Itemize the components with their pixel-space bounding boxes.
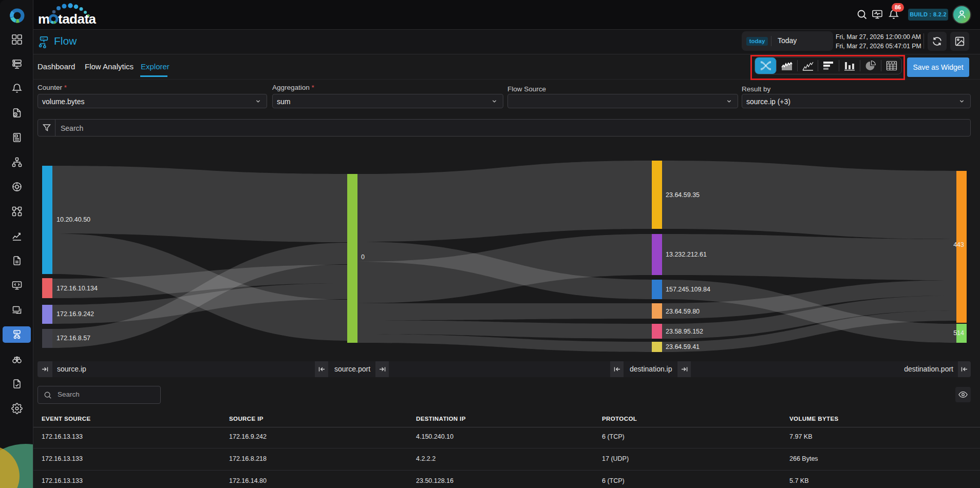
svg-text:10.20.40.50: 10.20.40.50 (56, 216, 90, 223)
svg-text:23.64.59.41: 23.64.59.41 (666, 343, 700, 350)
svg-text:23.58.95.152: 23.58.95.152 (666, 328, 703, 335)
svg-text:172.16.8.57: 172.16.8.57 (56, 335, 90, 342)
svg-text:23.64.59.80: 23.64.59.80 (666, 308, 700, 315)
svg-text:172.16.9.242: 172.16.9.242 (56, 310, 94, 318)
svg-text:13.232.212.61: 13.232.212.61 (666, 251, 707, 258)
svg-text:tadata: tadata (58, 11, 97, 27)
svg-text:172.16.10.134: 172.16.10.134 (56, 285, 98, 292)
svg-text:23.64.59.35: 23.64.59.35 (666, 191, 700, 199)
svg-text:m: m (38, 11, 50, 27)
svg-text:443: 443 (953, 241, 964, 248)
svg-text:514: 514 (953, 329, 964, 337)
svg-text:0: 0 (361, 253, 365, 261)
svg-text:157.245.109.84: 157.245.109.84 (666, 286, 710, 293)
